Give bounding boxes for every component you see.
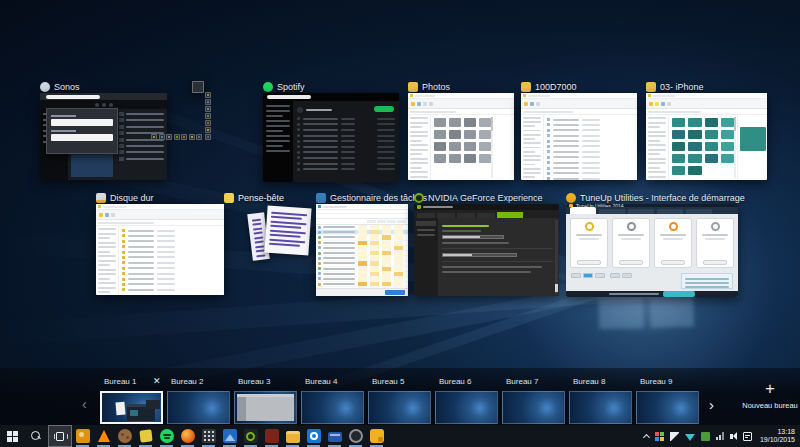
window-label-task-manager[interactable]: Gestionnaire des tâches [316,192,427,203]
clock-date: 19/10/2015 [760,436,795,444]
desktop-label-1[interactable]: Bureau 1 [104,377,136,386]
desktops-scroll-left[interactable]: ‹ [82,396,87,412]
taskbar-app-spotify[interactable] [156,425,177,447]
window-title: 03- iPhone [660,82,704,92]
window-label-spotify[interactable]: Spotify [263,81,305,92]
window-label-nvidia[interactable]: NVIDIA GeForce Experience [414,192,543,203]
window-title: Spotify [277,82,305,92]
tray-wifi-icon[interactable] [685,434,695,441]
desktop-label-4[interactable]: Bureau 4 [305,377,337,386]
taskbar-app-blue[interactable] [324,425,345,447]
spotify-topbar [263,93,399,101]
start-button[interactable] [0,425,24,447]
window-thumbnail-iphone[interactable] [646,93,767,180]
sonos-queue-list [116,109,167,180]
desktop-label-6[interactable]: Bureau 6 [439,377,471,386]
desktop-thumbnail-2[interactable] [167,391,230,424]
iphone-preview-pane [737,115,767,180]
window-thumbnail-tuneup[interactable]: TuneUp Utilities 2014 [566,204,738,297]
taskbar-app-darkred[interactable] [261,425,282,447]
window-label-iphone[interactable]: 03- iPhone [646,81,704,92]
window-thumbnail-disque-dur[interactable] [96,204,224,295]
desktop-close-button[interactable]: ✕ [153,376,161,386]
nvidia-icon [244,429,258,443]
taskbar-app-tuneup[interactable] [366,425,387,447]
taskbar-app-blue-photo[interactable] [219,425,240,447]
taskbar-app-vlc[interactable] [93,425,114,447]
tuneup-card-maintenance [570,218,608,268]
desktop-thumbnail-4[interactable] [301,391,364,424]
drive-icon [96,193,106,203]
photos-nav-pane [408,115,431,180]
taskbar-app-wheel[interactable] [345,425,366,447]
tuneup-options-row [566,272,738,291]
task-view-button[interactable] [48,425,72,447]
desktop-toolbar-horizontal[interactable] [151,134,202,140]
window-thumbnail-photos[interactable] [408,93,514,180]
disque-dur-nav-pane [96,226,119,295]
taskbar-app-explorer[interactable] [282,425,303,447]
sonos-icon [40,82,50,92]
tuneup-tabs [566,207,738,214]
desktop-thumbnail-5[interactable] [368,391,431,424]
tuneup-card-performance [612,218,650,268]
window-label-sonos[interactable]: Sonos [40,81,80,92]
window-label-photos[interactable]: Photos [408,81,450,92]
taskbar-app-round[interactable] [114,425,135,447]
nvidia-icon [414,193,424,203]
tuneup-icon [370,429,384,443]
tray-pen-icon[interactable] [670,432,679,441]
taskbar-app-firefox[interactable] [177,425,198,447]
tray-color-grid-icon[interactable] [655,432,664,441]
sticky-notes-icon [139,429,152,442]
action-center-icon[interactable] [743,432,752,441]
desktops-scroll-right[interactable]: › [709,396,714,413]
window-thumbnail-nvidia[interactable] [414,204,559,296]
tray-green-app-icon[interactable] [701,432,710,441]
tray-network-icon[interactable] [716,432,724,440]
task-manager-icon [316,193,326,203]
window-thumbnail-100d7000[interactable] [521,93,637,180]
desktop-label-7[interactable]: Bureau 7 [506,377,538,386]
window-label-pense-bete[interactable]: Pense-bête [224,192,284,203]
tray-chevron-up-icon[interactable] [643,434,650,441]
window-label-100d7000[interactable]: 100D7000 [521,81,577,92]
photos-content [431,115,494,180]
window-thumbnail-task-manager[interactable] [316,204,408,296]
floating-app-icon[interactable] [192,81,204,93]
window-label-disque-dur[interactable]: Disque dur [96,192,154,203]
tuneup-active-tab [570,207,596,214]
taskbar-app-notes[interactable] [135,425,156,447]
window-thumbnail-sonos[interactable] [40,93,167,180]
desktop-thumbnail-9[interactable] [636,391,699,424]
taskbar-app-settings[interactable] [303,425,324,447]
desktop-label-2[interactable]: Bureau 2 [171,377,203,386]
window-label-tuneup[interactable]: TuneUp Utilities - Interface de démarrag… [566,192,745,203]
taskbar-clock[interactable]: 13:18 19/10/2015 [758,428,795,444]
tray-volume-icon[interactable] [730,432,737,440]
taskbar-app-nvidia[interactable] [240,425,261,447]
search-button[interactable] [24,425,48,447]
new-desktop-button[interactable]: + Nouveau bureau [742,380,798,410]
tuneup-card-status [654,218,692,268]
window-thumbnail-spotify[interactable] [263,93,399,182]
desktop-thumbnail-1[interactable] [100,391,163,424]
new-desktop-label: Nouveau bureau [742,401,798,410]
sticky-note-large[interactable] [264,206,311,256]
desktop-thumbnail-3[interactable] [234,391,297,424]
taskbar-app-grid[interactable] [198,425,219,447]
disque-dur-folder-list [119,226,194,295]
iphone-content [669,115,737,180]
firefox-icon [181,429,195,443]
desktop-toolbar-vertical[interactable] [205,92,211,140]
desktop-label-9[interactable]: Bureau 9 [640,377,672,386]
desktop1-window-small [146,400,160,409]
desktop-thumbnail-8[interactable] [569,391,632,424]
desktop-label-8[interactable]: Bureau 8 [573,377,605,386]
desktop-label-3[interactable]: Bureau 3 [238,377,270,386]
tuneup-footer [566,291,738,297]
desktop-label-5[interactable]: Bureau 5 [372,377,404,386]
desktop-thumbnail-6[interactable] [435,391,498,424]
desktop-thumbnail-7[interactable] [502,391,565,424]
taskbar-app-photo[interactable] [72,425,93,447]
